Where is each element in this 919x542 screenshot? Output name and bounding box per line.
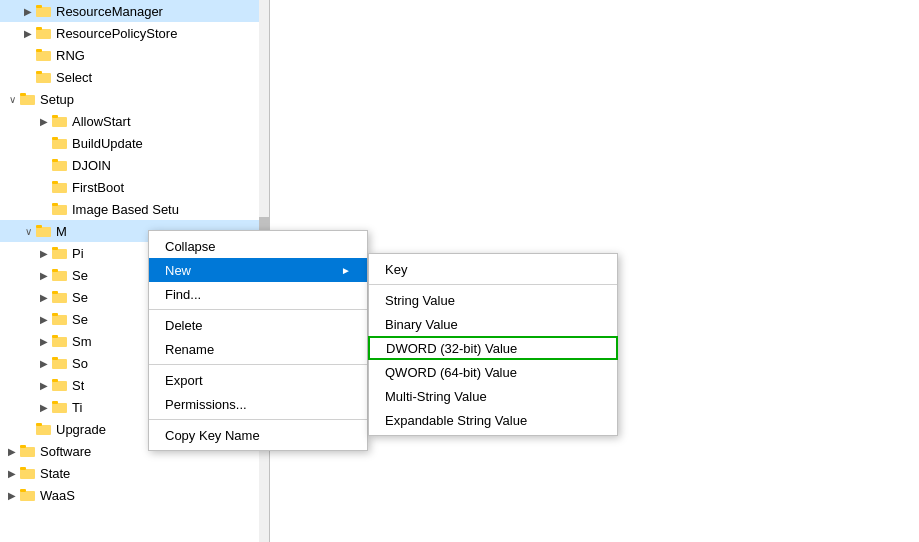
tree-item-label: Sm: [72, 334, 92, 349]
chevron-icon: ∨: [4, 91, 20, 107]
menu-item-export[interactable]: Export: [149, 368, 367, 392]
svg-rect-44: [20, 467, 26, 470]
tree-item-resourcemanager[interactable]: ▶ ResourceManager: [0, 0, 269, 22]
svg-rect-31: [52, 337, 67, 347]
svg-rect-20: [52, 203, 58, 206]
folder-icon: [36, 224, 52, 238]
menu-item-find[interactable]: Find...: [149, 282, 367, 306]
svg-rect-7: [36, 73, 51, 83]
svg-rect-3: [36, 29, 51, 39]
tree-item-state[interactable]: ▶ State: [0, 462, 269, 484]
submenu-item-binaryvalue[interactable]: Binary Value: [369, 312, 617, 336]
folder-icon: [52, 268, 68, 282]
chevron-icon: ▶: [36, 267, 52, 283]
tree-item-djoin[interactable]: ▶ DJOIN: [0, 154, 269, 176]
chevron-icon: ▶: [20, 3, 36, 19]
svg-rect-9: [20, 95, 35, 105]
svg-rect-33: [52, 359, 67, 369]
tree-item-label: M: [56, 224, 67, 239]
folder-icon: [52, 180, 68, 194]
tree-item-label: DJOIN: [72, 158, 111, 173]
svg-rect-19: [52, 205, 67, 215]
tree-item-label: WaaS: [40, 488, 75, 503]
svg-rect-21: [36, 227, 51, 237]
menu-separator-3: [149, 419, 367, 420]
svg-rect-43: [20, 469, 35, 479]
tree-item-select[interactable]: ▶ Select: [0, 66, 269, 88]
svg-rect-30: [52, 313, 58, 316]
folder-icon: [52, 378, 68, 392]
folder-icon: [36, 4, 52, 18]
tree-item-label: Ti: [72, 400, 82, 415]
folder-icon: [36, 48, 52, 62]
submenu-item-stringvalue[interactable]: String Value: [369, 288, 617, 312]
submenu-item-expandablestringvalue[interactable]: Expandable String Value: [369, 408, 617, 432]
svg-rect-38: [52, 401, 58, 404]
svg-rect-18: [52, 181, 58, 184]
tree-item-firstboot[interactable]: ▶ FirstBoot: [0, 176, 269, 198]
svg-rect-27: [52, 293, 67, 303]
tree-item-label: St: [72, 378, 84, 393]
menu-item-copykeyname[interactable]: Copy Key Name: [149, 423, 367, 447]
folder-icon: [52, 202, 68, 216]
tree-item-buildupdate[interactable]: ▶ BuildUpdate: [0, 132, 269, 154]
menu-item-rename[interactable]: Rename: [149, 337, 367, 361]
folder-icon: [36, 422, 52, 436]
svg-rect-17: [52, 183, 67, 193]
svg-rect-14: [52, 137, 58, 140]
tree-item-waas[interactable]: ▶ WaaS: [0, 484, 269, 506]
tree-item-allowstart[interactable]: ▶ AllowStart: [0, 110, 269, 132]
submenu-item-multistringvalue[interactable]: Multi-String Value: [369, 384, 617, 408]
folder-icon: [52, 114, 68, 128]
submenu-item-dwordvalue[interactable]: DWORD (32-bit) Value: [368, 336, 618, 360]
menu-item-delete[interactable]: Delete: [149, 313, 367, 337]
submenu: Key String Value Binary Value DWORD (32-…: [368, 253, 618, 436]
tree-item-setup[interactable]: ∨ Setup: [0, 88, 269, 110]
arrow-icon: ►: [341, 265, 351, 276]
tree-item-imagebasedsetup[interactable]: ▶ Image Based Setu: [0, 198, 269, 220]
menu-separator-2: [149, 364, 367, 365]
tree-item-label: Image Based Setu: [72, 202, 179, 217]
folder-icon: [52, 356, 68, 370]
submenu-item-qwordvalue[interactable]: QWORD (64-bit) Value: [369, 360, 617, 384]
tree-item-label: Se: [72, 268, 88, 283]
svg-rect-46: [20, 489, 26, 492]
tree-item-rng[interactable]: ▶ RNG: [0, 44, 269, 66]
svg-rect-41: [20, 447, 35, 457]
registry-editor: ▶ ResourceManager ▶ ResourcePolicyStore …: [0, 0, 919, 542]
svg-rect-10: [20, 93, 26, 96]
folder-icon: [20, 444, 36, 458]
folder-icon: [52, 334, 68, 348]
svg-rect-5: [36, 51, 51, 61]
tree-item-label: RNG: [56, 48, 85, 63]
tree-item-resourcepolicystore[interactable]: ▶ ResourcePolicyStore: [0, 22, 269, 44]
svg-rect-42: [20, 445, 26, 448]
folder-icon: [52, 158, 68, 172]
context-menu: Collapse New ► Find... Delete Rename Exp…: [148, 230, 368, 451]
chevron-icon: ▶: [36, 113, 52, 129]
tree-item-label: BuildUpdate: [72, 136, 143, 151]
folder-icon: [20, 488, 36, 502]
chevron-icon: ▶: [36, 333, 52, 349]
tree-item-label: Software: [40, 444, 91, 459]
chevron-icon: ▶: [36, 377, 52, 393]
svg-rect-24: [52, 247, 58, 250]
folder-icon: [20, 466, 36, 480]
svg-rect-35: [52, 381, 67, 391]
chevron-icon: ▶: [4, 443, 20, 459]
menu-item-collapse[interactable]: Collapse: [149, 234, 367, 258]
svg-rect-39: [36, 425, 51, 435]
svg-rect-36: [52, 379, 58, 382]
svg-rect-29: [52, 315, 67, 325]
chevron-icon: ▶: [36, 289, 52, 305]
svg-rect-40: [36, 423, 42, 426]
svg-rect-26: [52, 269, 58, 272]
menu-item-permissions[interactable]: Permissions...: [149, 392, 367, 416]
svg-rect-12: [52, 115, 58, 118]
submenu-item-key[interactable]: Key: [369, 257, 617, 281]
menu-item-new[interactable]: New ►: [149, 258, 367, 282]
folder-icon: [52, 136, 68, 150]
chevron-icon: ∨: [20, 223, 36, 239]
svg-rect-34: [52, 357, 58, 360]
svg-rect-4: [36, 27, 42, 30]
